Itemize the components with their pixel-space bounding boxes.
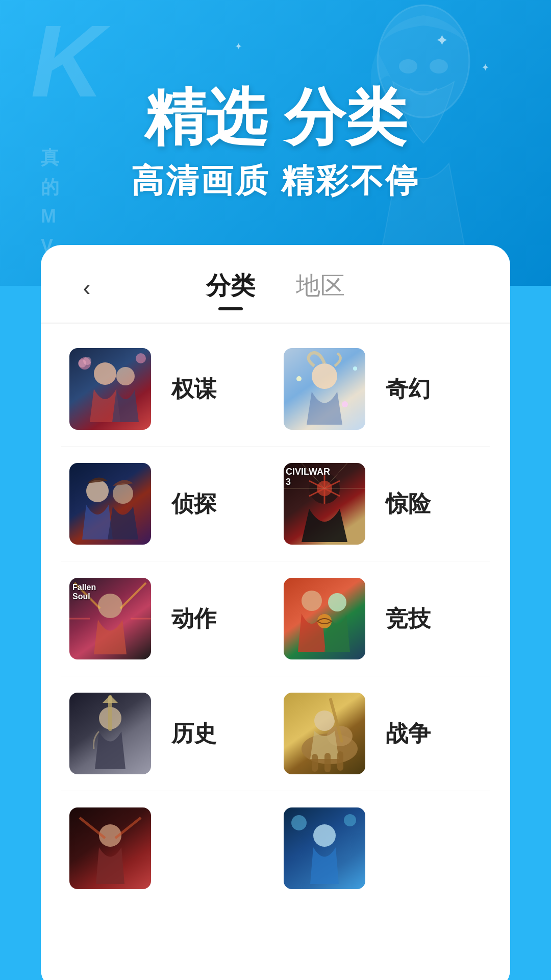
svg-rect-28 (337, 751, 343, 771)
svg-point-4 (116, 367, 135, 385)
svg-point-32 (291, 815, 307, 830)
hero-section: K 真的MV ✦ ✦ ✦ 精选 分类 高清画质 精彩不停 (0, 0, 551, 286)
category-name-quanmou: 权谋 (171, 374, 216, 404)
category-item-lishi[interactable]: 历史 (61, 689, 276, 778)
category-item-quanmou[interactable]: 权谋 (61, 344, 276, 434)
svg-point-13 (86, 480, 109, 502)
svg-point-20 (317, 614, 332, 628)
fallen-soul-overlay: FallenSoul (72, 583, 96, 601)
category-item-dongzuo[interactable]: FallenSoul 动作 (61, 574, 276, 664)
category-item-bottom1[interactable] (61, 803, 276, 893)
category-thumb-zhentan (69, 463, 151, 545)
category-item-zhanzhen[interactable]: 战争 (276, 689, 490, 778)
hero-bg-letter: K (31, 10, 104, 112)
thumb-overlay-qihuan (284, 348, 365, 430)
category-row-2: 侦探 (61, 447, 490, 561)
category-name-jingxian: 惊险 (386, 489, 431, 519)
svg-point-17 (98, 594, 122, 618)
category-name-qihuan: 奇幻 (386, 374, 431, 404)
svg-point-8 (136, 353, 146, 363)
category-list: 权谋 (41, 332, 510, 893)
category-item-zhentan[interactable]: 侦探 (61, 459, 276, 549)
category-row-5-partial (61, 791, 490, 893)
category-item-bottom2[interactable] (276, 803, 490, 893)
svg-point-11 (353, 366, 357, 371)
hero-bg-chars: 真的MV (41, 143, 59, 260)
category-name-jingji: 竞技 (386, 604, 431, 634)
svg-point-14 (113, 483, 133, 504)
category-thumb-jingji (284, 578, 365, 659)
thumb-overlay-zhanzhen (284, 693, 365, 774)
svg-point-2 (430, 59, 448, 74)
hero-title-part1: 精选 (144, 83, 267, 151)
category-thumb-bottom1 (69, 807, 151, 889)
thumb-overlay-bottom2 (284, 807, 365, 889)
svg-point-19 (328, 593, 346, 611)
svg-point-31 (313, 824, 336, 847)
tab-category[interactable]: 分类 (206, 270, 255, 306)
category-name-lishi: 历史 (171, 719, 216, 749)
category-row-3: FallenSoul 动作 (61, 561, 490, 676)
thumb-overlay-quanmou (69, 348, 151, 430)
svg-point-25 (314, 710, 335, 731)
civilwar-overlay: CIVILWAR3 (286, 467, 330, 487)
thumb-overlay-bottom1 (69, 807, 151, 889)
svg-point-3 (94, 362, 116, 385)
svg-point-33 (344, 814, 356, 826)
svg-point-10 (296, 376, 302, 381)
svg-point-7 (83, 357, 91, 365)
tab-container: 分类 地区 (102, 270, 449, 306)
header-divider (41, 323, 510, 324)
category-name-dongzuo: 动作 (171, 604, 216, 634)
sparkle-icon-3: ✦ (235, 41, 242, 52)
category-thumb-bottom2 (284, 807, 365, 889)
hero-subtitle: 高清画质 精彩不停 (131, 159, 420, 203)
category-thumb-lishi (69, 693, 151, 774)
main-card: ‹ 分类 地区 (41, 245, 510, 980)
svg-rect-26 (312, 754, 318, 772)
category-thumb-zhanzhen (284, 693, 365, 774)
svg-point-18 (302, 591, 322, 611)
category-item-jingji[interactable]: 竞技 (276, 574, 490, 664)
category-thumb-qihuan (284, 348, 365, 430)
category-thumb-dongzuo: FallenSoul (69, 578, 151, 659)
category-item-qihuan[interactable]: 奇幻 (276, 344, 490, 434)
category-thumb-jingxian: CIVILWAR3 (284, 463, 365, 545)
svg-point-1 (399, 59, 417, 74)
category-row-4: 历史 (61, 676, 490, 791)
tab-region[interactable]: 地区 (296, 270, 345, 306)
hero-title-part2: 分类 (284, 83, 407, 151)
category-thumb-quanmou (69, 348, 151, 430)
hero-title: 精选 分类 (131, 83, 420, 151)
category-item-jingxian[interactable]: CIVILWAR3 惊险 (276, 459, 490, 549)
svg-point-9 (312, 363, 337, 389)
back-button[interactable]: ‹ (71, 273, 102, 303)
svg-point-12 (342, 401, 348, 407)
category-row-1: 权谋 (61, 332, 490, 447)
category-name-zhentan: 侦探 (171, 489, 216, 519)
svg-rect-27 (324, 753, 331, 772)
card-header: ‹ 分类 地区 (41, 245, 510, 306)
thumb-overlay-lishi (69, 693, 151, 774)
thumb-overlay-jingji (284, 578, 365, 659)
thumb-overlay-zhentan (69, 463, 151, 545)
category-name-zhanzhen: 战争 (386, 719, 431, 749)
